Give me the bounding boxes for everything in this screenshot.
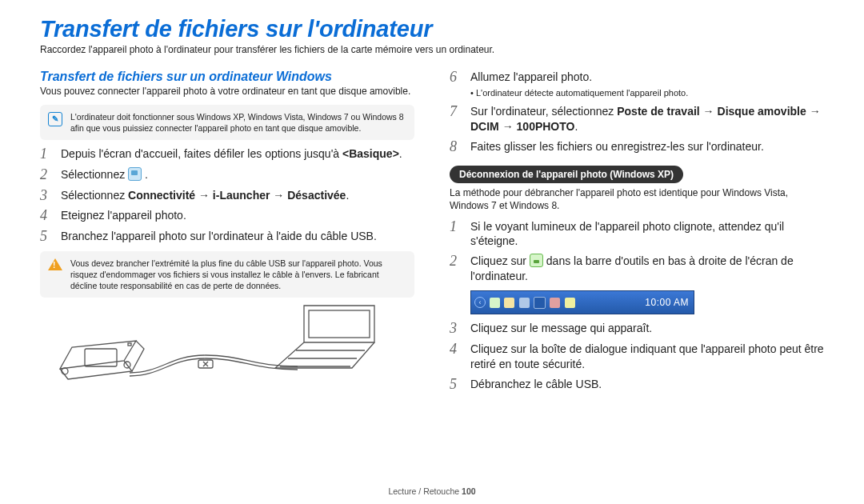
warning-note-box: Vous devez brancher l'extrémité la plus … [40, 251, 414, 298]
left-step-5: 5 Branchez l'appareil photo sur l'ordina… [40, 229, 414, 245]
svg-rect-3 [128, 343, 131, 346]
tray-icon-4 [534, 297, 546, 309]
xp-step-3: 3 Cliquez sur le message qui apparaît. [450, 321, 824, 337]
tray-expand-icon: ‹ [474, 297, 486, 308]
xp-steps-3-5: 3 Cliquez sur le message qui apparaît. 4… [450, 321, 824, 392]
info-note-box: ✎ L'ordinateur doit fonctionner sous Win… [40, 105, 414, 140]
xp-step-1: 1 Si le voyant lumineux de l'appareil ph… [450, 219, 824, 250]
left-desc: Vous pouvez connecter l'appareil photo à… [40, 86, 414, 98]
info-note-text: L'ordinateur doit fonctionner sous Windo… [70, 111, 406, 134]
xp-steps-1-5: 1 Si le voyant lumineux de l'appareil ph… [450, 219, 824, 285]
right-step-8: 8 Faites glisser les fichiers ou enregis… [450, 139, 824, 155]
page-title: Transfert de fichiers sur l'ordinateur [40, 16, 824, 42]
two-column-layout: Transfert de fichiers sur un ordinateur … [40, 65, 824, 398]
safe-remove-icon [530, 254, 543, 267]
left-step-4: 4 Eteignez l'appareil photo. [40, 208, 414, 224]
svg-rect-5 [309, 310, 370, 338]
laptop-drawing [272, 302, 384, 374]
subsection-badge: Déconnexion de l'appareil photo (Windows… [450, 166, 683, 183]
svg-point-1 [62, 368, 68, 374]
left-subtitle: Transfert de fichiers sur un ordinateur … [40, 70, 414, 84]
camera-to-laptop-illustration [40, 304, 414, 394]
page-footer: Lecture / Retouche 100 [0, 486, 864, 496]
windows-taskbar-tray: ‹ 10:00 AM [470, 290, 694, 314]
page: Transfert de fichiers sur l'ordinateur R… [0, 0, 864, 504]
left-step-3: 3 Sélectionnez Connectivité → i-Launcher… [40, 188, 414, 204]
badge-desc: La méthode pour débrancher l'appareil ph… [450, 187, 824, 212]
left-column: Transfert de fichiers sur un ordinateur … [40, 65, 414, 398]
xp-step-2: 2 Cliquez sur dans la barre d'outils en … [450, 254, 824, 284]
tray-icon-1 [490, 298, 500, 308]
footer-page-number: 100 [462, 486, 476, 496]
tray-icon-5 [550, 298, 560, 308]
right-step-7: 7 Sur l'ordinateur, sélectionnez Poste d… [450, 104, 824, 134]
left-steps-1-5: 1 Depuis l'écran d'accueil, faites défil… [40, 146, 414, 245]
tray-clock: 10:00 AM [645, 297, 689, 308]
settings-icon [128, 167, 142, 181]
right-steps-6-8: 6 Allumez l'appareil photo. • L'ordinate… [450, 70, 824, 154]
footer-section: Lecture / Retouche [388, 486, 462, 496]
xp-step-4: 4 Cliquez sur la boîte de dialogue indiq… [450, 342, 824, 372]
tray-icon-6 [565, 298, 575, 308]
intro-text: Raccordez l'appareil photo à l'ordinateu… [40, 44, 824, 55]
warning-note-text: Vous devez brancher l'extrémité la plus … [70, 258, 406, 292]
right-column: 6 Allumez l'appareil photo. • L'ordinate… [450, 65, 824, 398]
xp-step-5: 5 Débranchez le câble USB. [450, 377, 824, 393]
tray-icons [489, 296, 576, 308]
tray-icon-2 [504, 298, 514, 308]
right-step-6: 6 Allumez l'appareil photo. • L'ordinate… [450, 70, 824, 99]
left-step-2: 2 Sélectionnez . [40, 167, 414, 183]
tray-icon-3 [519, 298, 530, 308]
left-step-1: 1 Depuis l'écran d'accueil, faites défil… [40, 146, 414, 162]
info-icon: ✎ [48, 112, 62, 126]
warning-icon [48, 258, 62, 270]
